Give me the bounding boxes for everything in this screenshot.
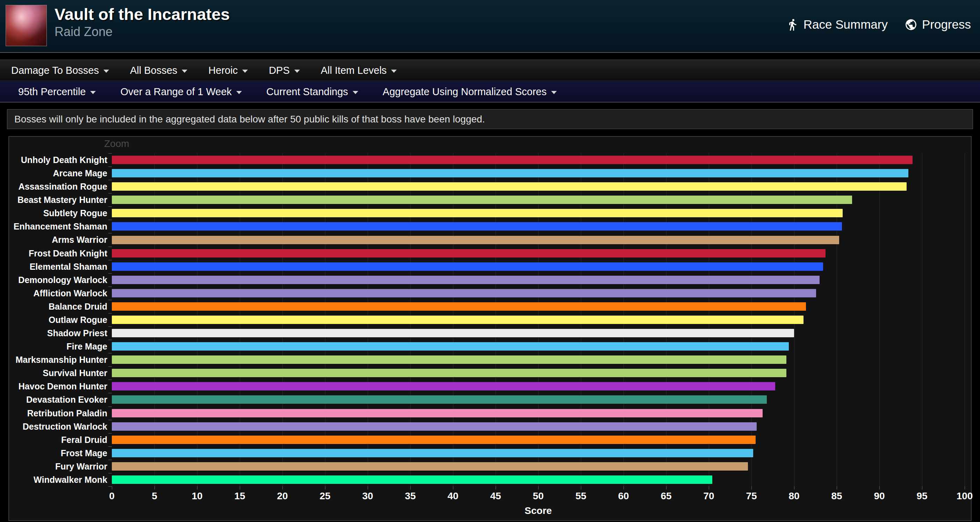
label-havoc-demon-hunter: Havoc Demon Hunter <box>9 380 107 393</box>
bar-arcane-mage[interactable] <box>112 169 908 177</box>
page-subtitle: Raid Zone <box>54 24 230 39</box>
x-axis-tick-label-90: 90 <box>864 490 895 502</box>
chevron-down-icon <box>353 91 358 94</box>
bar-devastation-evoker[interactable] <box>112 395 767 404</box>
label-outlaw-rogue: Outlaw Rogue <box>9 313 107 326</box>
progress-link[interactable]: Progress <box>905 18 971 32</box>
menu-all-item-levels-label: All Item Levels <box>321 65 387 76</box>
bar-fire-mage[interactable] <box>112 342 789 351</box>
bar-windwalker-monk[interactable] <box>112 476 712 484</box>
y-axis-tick <box>108 180 112 180</box>
y-axis-tick <box>108 420 112 420</box>
x-axis-tick-label-95: 95 <box>906 490 938 502</box>
menu-all-item-levels[interactable]: All Item Levels <box>321 65 397 76</box>
bar-destruction-warlock[interactable] <box>112 422 757 431</box>
menu-standings[interactable]: Current Standings <box>266 86 358 97</box>
menu-standings-label: Current Standings <box>266 86 348 97</box>
x-axis-tick <box>794 486 794 490</box>
zone-icon[interactable] <box>6 5 47 46</box>
x-axis-tick <box>154 486 155 490</box>
title-block: Vault of the Incarnates Raid Zone <box>54 5 230 39</box>
bar-arms-warrior[interactable] <box>112 236 839 244</box>
y-axis-tick <box>108 313 112 313</box>
label-marksmanship-hunter: Marksmanship Hunter <box>9 353 107 366</box>
chevron-down-icon <box>294 70 300 73</box>
menu-dps[interactable]: DPS <box>269 65 300 76</box>
y-axis-tick <box>108 233 112 233</box>
bar-feral-druid[interactable] <box>112 436 756 444</box>
chart-zoom-label: Zoom <box>104 138 129 149</box>
menu-damage-to-bosses[interactable]: Damage To Bosses <box>11 65 109 76</box>
bar-survival-hunter[interactable] <box>112 369 786 377</box>
y-axis-tick <box>108 326 112 327</box>
x-axis-tick <box>666 486 667 490</box>
y-axis-tick <box>108 353 112 353</box>
menu-heroic[interactable]: Heroic <box>208 65 248 76</box>
bar-retribution-paladin[interactable] <box>112 409 763 417</box>
bar-assassination-rogue[interactable] <box>112 182 907 191</box>
label-arms-warrior: Arms Warrior <box>9 233 107 246</box>
x-axis-tick <box>453 486 453 490</box>
label-feral-druid: Feral Druid <box>9 433 107 447</box>
bar-outlaw-rogue[interactable] <box>112 316 803 324</box>
bar-frost-death-knight[interactable] <box>112 249 826 257</box>
bar-affliction-warlock[interactable] <box>112 289 816 297</box>
bar-subtlety-rogue[interactable] <box>112 209 843 217</box>
x-axis-tick <box>282 486 283 490</box>
x-axis-tick <box>581 486 581 490</box>
bar-demonology-warlock[interactable] <box>112 276 819 284</box>
bar-shadow-priest[interactable] <box>112 329 794 337</box>
y-axis-tick <box>108 486 112 487</box>
x-axis-tick-label-0: 0 <box>96 490 127 502</box>
x-axis-tick-label-20: 20 <box>267 490 298 502</box>
menu-time-range[interactable]: Over a Range of 1 Week <box>120 86 242 97</box>
label-fury-warrior: Fury Warrior <box>9 460 107 473</box>
bar-havoc-demon-hunter[interactable] <box>112 382 775 390</box>
bar-unholy-death-knight[interactable] <box>112 156 913 164</box>
x-axis-tick-label-55: 55 <box>565 490 597 502</box>
x-axis-tick-label-85: 85 <box>821 490 853 502</box>
x-axis-tick-label-65: 65 <box>651 490 682 502</box>
label-survival-hunter: Survival Hunter <box>9 366 107 380</box>
x-axis-tick <box>538 486 539 490</box>
notice-text: Bosses will only be included in the aggr… <box>14 114 485 125</box>
x-axis-tick <box>325 486 325 490</box>
label-frost-death-knight: Frost Death Knight <box>9 247 107 260</box>
progress-label: Progress <box>922 18 971 32</box>
label-unholy-death-knight: Unholy Death Knight <box>9 153 107 166</box>
menu-percentile[interactable]: 95th Percentile <box>18 86 96 97</box>
menu-all-bosses[interactable]: All Bosses <box>130 65 187 76</box>
bar-frost-mage[interactable] <box>112 449 753 457</box>
label-assassination-rogue: Assassination Rogue <box>9 180 107 193</box>
chevron-down-icon <box>391 70 397 73</box>
x-axis-tick-label-45: 45 <box>480 490 511 502</box>
label-frost-mage: Frost Mage <box>9 447 107 460</box>
y-axis-tick <box>108 433 112 434</box>
chart-category-labels: Unholy Death KnightArcane MageAssassinat… <box>9 153 107 486</box>
x-axis-tick-label-100: 100 <box>949 490 980 502</box>
menubar-secondary: 95th Percentile Over a Range of 1 Week C… <box>0 81 980 102</box>
bar-enhancement-shaman[interactable] <box>112 222 842 231</box>
chevron-down-icon <box>236 91 242 94</box>
chevron-down-icon <box>90 91 96 94</box>
label-elemental-shaman: Elemental Shaman <box>9 260 107 273</box>
label-enhancement-shaman: Enhancement Shaman <box>9 220 107 233</box>
race-summary-link[interactable]: Race Summary <box>786 18 888 32</box>
chevron-down-icon <box>242 70 248 73</box>
label-destruction-warlock: Destruction Warlock <box>9 420 107 433</box>
x-axis-tick-label-5: 5 <box>139 490 170 502</box>
bar-beast-mastery-hunter[interactable] <box>112 196 852 204</box>
label-arcane-mage: Arcane Mage <box>9 166 107 180</box>
x-axis-tick <box>368 486 368 490</box>
bar-marksmanship-hunter[interactable] <box>112 356 786 364</box>
label-balance-druid: Balance Druid <box>9 300 107 313</box>
menu-aggregation[interactable]: Aggregate Using Normalized Scores <box>383 86 557 97</box>
bar-balance-druid[interactable] <box>112 302 806 311</box>
x-axis-tick <box>837 486 837 490</box>
x-axis-tick <box>240 486 240 490</box>
bar-elemental-shaman[interactable] <box>112 262 823 271</box>
chart-plot-area: Score 0510152025303540455055606570758085… <box>112 153 965 486</box>
y-axis-tick <box>108 247 112 247</box>
menu-dps-label: DPS <box>269 65 290 76</box>
bar-fury-warrior[interactable] <box>112 462 748 471</box>
